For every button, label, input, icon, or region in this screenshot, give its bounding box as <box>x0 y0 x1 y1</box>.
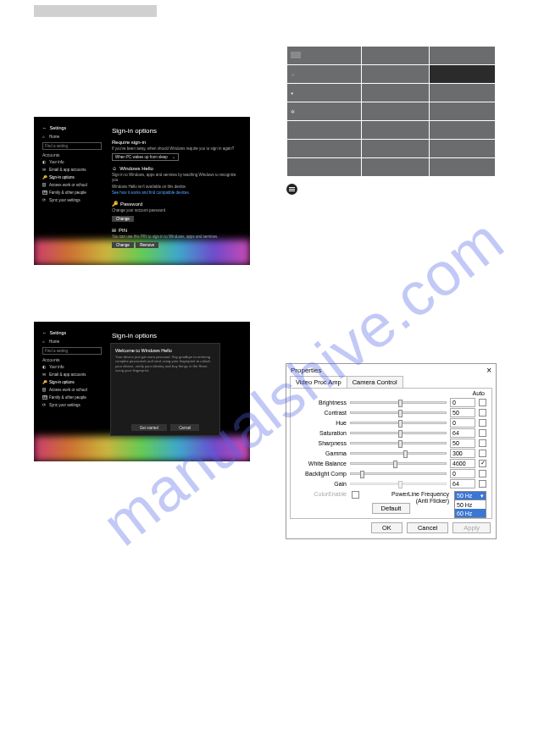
cancel-button[interactable]: Cancel <box>407 522 448 533</box>
grid-row-display[interactable] <box>287 47 496 65</box>
grid-row-settings[interactable]: ✲ <box>287 102 496 121</box>
popup-title: Welcome to Windows Hello <box>115 348 215 353</box>
menu-round-icon[interactable] <box>286 184 297 195</box>
slider-thumb[interactable] <box>398 410 403 417</box>
slider-row-white-balance: White Balance4600✓ <box>296 458 486 468</box>
slider-track[interactable] <box>350 411 447 414</box>
auto-checkbox[interactable] <box>479 439 486 447</box>
slider-track[interactable] <box>350 472 447 475</box>
color-enable-checkbox[interactable] <box>352 491 359 499</box>
signin-main: Sign-in options Require sign-in If you'v… <box>112 127 240 248</box>
hello-heading: ☺Windows Hello <box>112 166 240 171</box>
slider-value[interactable]: 300 <box>450 449 475 458</box>
grid-row-5[interactable] <box>287 121 496 140</box>
slider-label: Hue <box>296 420 347 426</box>
slider-value[interactable]: 64 <box>450 428 475 438</box>
grid-row-7[interactable] <box>287 158 496 177</box>
auto-checkbox[interactable] <box>479 470 486 477</box>
tab-camera-control[interactable]: Camera Control <box>347 376 403 388</box>
slider-value[interactable]: 50 <box>450 408 475 417</box>
freq-option-50[interactable]: 50 Hz <box>455 500 486 509</box>
signin-screenshot-2: ←Settings ⌂Home Find a setting Accounts … <box>34 322 250 461</box>
auto-checkbox[interactable] <box>479 480 486 488</box>
sun-icon: ☼ <box>291 72 295 77</box>
auto-checkbox[interactable]: ✓ <box>479 460 486 467</box>
auto-checkbox[interactable] <box>479 399 486 406</box>
slider-label: Contrast <box>296 410 347 416</box>
grid-row-brightness[interactable]: ☼ <box>287 65 496 84</box>
slider-track[interactable] <box>350 442 447 444</box>
tab-video-proc-amp[interactable]: Video Proc Amp <box>290 376 347 388</box>
slider-label: Gamma <box>296 450 347 456</box>
popup-cancel-button[interactable]: Cancel <box>170 424 199 431</box>
back-icon[interactable]: ← <box>42 330 47 335</box>
popup-desc: Your device just got more personal. Say … <box>115 355 215 373</box>
slider-value[interactable]: 0 <box>450 469 475 478</box>
slider-thumb[interactable] <box>398 400 403 407</box>
nav-work-school[interactable]: 🗄Access work or school <box>42 181 102 189</box>
dialog-title: Properties <box>291 367 321 374</box>
slider-thumb[interactable] <box>393 461 397 468</box>
grid-row-6[interactable] <box>287 140 496 158</box>
slider-thumb[interactable] <box>403 450 408 458</box>
slider-track[interactable] <box>350 432 447 434</box>
slider-value[interactable]: 0 <box>450 398 475 407</box>
wallpaper-rainbow-2 <box>34 436 250 461</box>
require-desc: If you've been away, when should Windows… <box>112 146 240 152</box>
default-button[interactable]: Default <box>372 503 411 514</box>
nav-section: Accounts <box>42 152 102 157</box>
pin-remove-button[interactable]: Remove <box>136 242 158 248</box>
apply-button[interactable]: Apply <box>452 522 491 533</box>
get-started-button[interactable]: Get started <box>131 424 167 431</box>
app-title: Settings <box>50 125 67 130</box>
auto-checkbox[interactable] <box>479 419 486 427</box>
signin-sidebar-2: ←Settings ⌂Home Find a setting Accounts … <box>42 330 102 409</box>
slider-track[interactable] <box>350 452 447 455</box>
pw-change-button[interactable]: Change <box>112 216 134 222</box>
auto-checkbox[interactable] <box>479 450 486 457</box>
slider-value[interactable]: 4600 <box>450 459 475 468</box>
hello-desc2: Windows Hello isn't available on this de… <box>112 185 240 190</box>
ok-button[interactable]: OK <box>371 522 403 533</box>
nav-signin-options[interactable]: 🔑Sign-in options <box>42 174 102 181</box>
powerline-freq-dropdown[interactable]: 50 Hz▾ 50 Hz 60 Hz <box>454 491 486 518</box>
back-icon[interactable]: ← <box>42 125 47 130</box>
chevron-down-icon: ▾ <box>480 493 484 499</box>
slider-track[interactable] <box>350 401 447 404</box>
slider-thumb[interactable] <box>360 471 364 478</box>
hello-link[interactable]: See how it works and find compatible dev… <box>112 190 240 196</box>
color-enable-label: ColorEnable <box>296 491 347 497</box>
slider-value[interactable]: 0 <box>450 418 475 428</box>
grid-icon: ⊞ <box>112 227 116 233</box>
nav-email[interactable]: ✉Email & app accounts <box>42 166 102 174</box>
slider-thumb[interactable] <box>398 420 403 428</box>
hello-desc1: Sign in to Windows, apps and services by… <box>112 173 240 183</box>
slider-label: Brightness <box>296 400 347 406</box>
slider-row-brightness: Brightness0 <box>296 397 486 407</box>
auto-checkbox[interactable] <box>479 429 486 437</box>
nav-sync[interactable]: ⟳Sync your settings <box>42 196 102 204</box>
require-heading: Require sign-in <box>112 140 240 145</box>
nav-your-info[interactable]: ◐Your info <box>42 158 102 166</box>
slider-track[interactable] <box>350 422 447 424</box>
slider-row-hue: Hue0 <box>296 417 486 428</box>
grid-row-camera[interactable]: ● <box>287 84 496 102</box>
slider-track <box>350 483 447 485</box>
require-select[interactable]: When PC wakes up from sleep⌄ <box>112 153 179 161</box>
nav-home[interactable]: ⌂Home <box>42 133 102 141</box>
slider-label: Gain <box>296 481 347 487</box>
close-button[interactable]: × <box>486 366 491 375</box>
nav-family[interactable]: 👪Family & other people <box>42 189 102 196</box>
slider-thumb[interactable] <box>398 440 403 448</box>
freq-option-60[interactable]: 60 Hz <box>455 509 486 517</box>
search-input-2[interactable]: Find a setting <box>42 347 102 355</box>
pin-change-button[interactable]: Change <box>112 242 134 248</box>
slider-value[interactable]: 50 <box>450 439 475 448</box>
slider-thumb[interactable] <box>398 430 403 438</box>
pin-heading: ⊞PIN <box>112 227 240 233</box>
slider-value[interactable]: 64 <box>450 479 475 488</box>
slider-track[interactable] <box>350 462 447 465</box>
camera-icon: ● <box>291 91 293 96</box>
search-input[interactable]: Find a setting <box>42 142 102 150</box>
auto-checkbox[interactable] <box>479 409 486 417</box>
